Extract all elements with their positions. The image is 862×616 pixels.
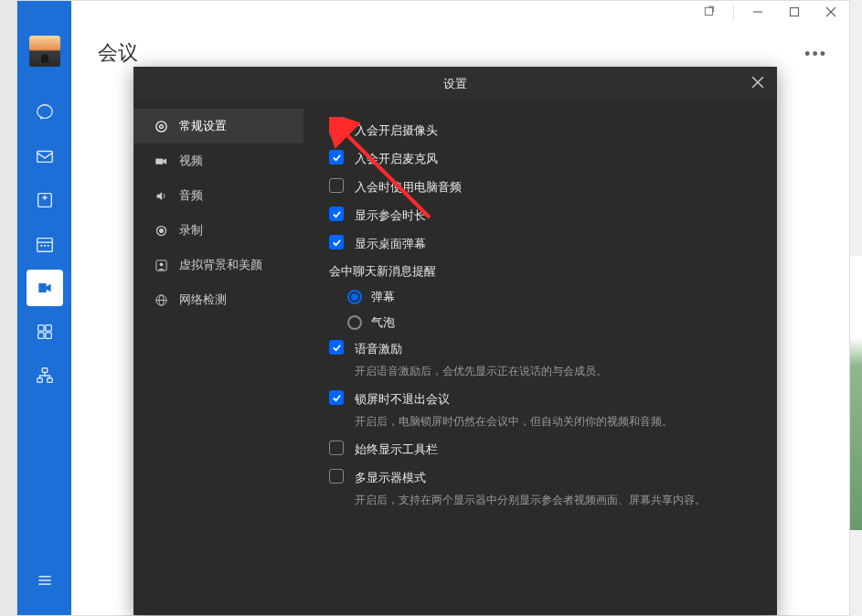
meeting-icon[interactable]	[27, 270, 63, 306]
record-icon	[154, 223, 168, 238]
checkbox[interactable]	[329, 150, 344, 165]
option-lockscreen-stay[interactable]: 锁屏时不退出会议 开启后，电脑锁屏时仍然在会议中，但自动关闭你的视频和音频。	[329, 390, 751, 430]
sidebar-item-label: 虚拟背景和美颜	[179, 257, 262, 273]
option-desc: 开启语音激励后，会优先显示正在说话的与会成员。	[355, 363, 607, 379]
sidebar-item-label: 音频	[179, 187, 203, 204]
maximize-button[interactable]	[782, 2, 807, 22]
chat-icon[interactable]	[27, 94, 63, 131]
menu-icon[interactable]	[27, 562, 63, 599]
svg-rect-11	[45, 333, 50, 338]
settings-sidebar: 常规设置 视频 音频 录制 虚拟背景和美颜	[133, 101, 303, 615]
sidebar-item-label: 网络检测	[179, 292, 227, 308]
option-computer-audio[interactable]: 入会时使用电脑音频	[329, 178, 751, 196]
sidebar-item-network[interactable]: 网络检测	[133, 282, 303, 317]
video-icon	[154, 154, 168, 168]
doc-icon[interactable]	[27, 182, 63, 218]
checkbox[interactable]	[329, 469, 344, 483]
option-voice-activation[interactable]: 语音激励 开启语音激励后，会优先显示正在说话的与会成员。	[329, 340, 751, 379]
option-label: 显示参会时长	[355, 207, 426, 224]
divider	[733, 5, 734, 19]
sidebar-item-video[interactable]: 视频	[133, 143, 303, 178]
sidebar-item-label: 视频	[179, 153, 203, 169]
svg-point-5	[40, 245, 41, 246]
radio[interactable]	[347, 315, 362, 330]
checkbox[interactable]	[329, 340, 344, 355]
svg-point-0	[37, 105, 52, 119]
svg-rect-8	[37, 325, 43, 331]
modal-close-button[interactable]	[751, 76, 768, 92]
svg-point-7	[48, 245, 48, 246]
sidebar-item-label: 录制	[179, 222, 203, 239]
checkbox[interactable]	[329, 207, 344, 221]
main-sidebar	[17, 1, 71, 615]
svg-point-26	[155, 121, 165, 131]
network-icon	[154, 292, 168, 307]
avatar[interactable]	[29, 36, 60, 67]
svg-rect-1	[37, 152, 52, 163]
mail-icon[interactable]	[27, 138, 63, 175]
svg-rect-10	[37, 333, 43, 338]
option-desktop-danmu[interactable]: 显示桌面弹幕	[329, 235, 751, 252]
checkbox[interactable]	[329, 235, 344, 250]
background-left-strip	[0, 0, 16, 616]
svg-rect-20	[791, 8, 799, 16]
svg-rect-18	[705, 7, 712, 15]
portrait-icon	[154, 258, 168, 272]
org-icon[interactable]	[27, 357, 63, 394]
option-label: 入会时使用电脑音频	[355, 178, 462, 196]
option-label: 入会开启麦克风	[355, 150, 438, 167]
section-chat-reminder: 会中聊天新消息提醒	[329, 263, 751, 280]
svg-point-6	[44, 245, 45, 246]
option-desc: 开启后，电脑锁屏时仍然在会议中，但自动关闭你的视频和音频。	[355, 413, 673, 430]
modal-title: 设置	[443, 76, 467, 92]
option-label: 显示桌面弹幕	[355, 235, 426, 252]
modal-body: 常规设置 视频 音频 录制 虚拟背景和美颜	[133, 101, 777, 615]
sidebar-item-record[interactable]: 录制	[133, 213, 303, 248]
option-label: 多显示器模式	[355, 469, 706, 486]
option-open-camera[interactable]: 入会开启摄像头	[329, 122, 751, 139]
svg-rect-14	[47, 378, 52, 383]
checkbox[interactable]	[329, 178, 344, 193]
svg-rect-27	[155, 158, 163, 164]
option-open-mic[interactable]: 入会开启麦克风	[329, 150, 751, 167]
audio-icon	[154, 188, 168, 203]
option-label: 始终显示工具栏	[355, 441, 438, 458]
option-label: 语音激励	[355, 340, 607, 357]
checkbox[interactable]	[329, 122, 344, 136]
window-titlebar	[71, 1, 849, 23]
main-window: 会议 ••• 设置 常规设置 视频 音频	[16, 0, 850, 616]
option-always-toolbar[interactable]: 始终显示工具栏	[329, 441, 751, 458]
sidebar-item-general[interactable]: 常规设置	[133, 109, 303, 143]
new-window-icon[interactable]	[697, 2, 722, 22]
svg-rect-12	[42, 368, 48, 373]
sidebar-item-audio[interactable]: 音频	[133, 178, 303, 213]
svg-rect-9	[45, 325, 50, 331]
radio-label: 气泡	[371, 314, 395, 331]
settings-content: 入会开启摄像头 入会开启麦克风 入会时使用电脑音频 显示参会时长 显示桌面弹幕	[303, 101, 777, 615]
svg-point-25	[159, 124, 163, 128]
close-button[interactable]	[818, 2, 844, 22]
apps-icon[interactable]	[27, 313, 63, 350]
option-multi-monitor[interactable]: 多显示器模式 开启后，支持在两个显示器中分别显示参会者视频画面、屏幕共享内容。	[329, 469, 751, 508]
background-right-strip	[850, 256, 862, 530]
modal-header: 设置	[133, 67, 777, 101]
svg-rect-13	[37, 378, 42, 383]
sidebar-item-virtual-bg[interactable]: 虚拟背景和美颜	[133, 248, 303, 282]
option-desc: 开启后，支持在两个显示器中分别显示参会者视频画面、屏幕共享内容。	[355, 492, 706, 508]
more-button[interactable]: •••	[804, 45, 827, 64]
gear-icon	[154, 119, 168, 133]
sidebar-item-label: 常规设置	[179, 118, 227, 134]
minimize-button[interactable]	[745, 2, 771, 22]
radio-label: 弹幕	[371, 289, 395, 305]
svg-point-29	[159, 228, 163, 232]
option-show-duration[interactable]: 显示参会时长	[329, 207, 751, 224]
checkbox[interactable]	[329, 390, 344, 405]
option-label: 锁屏时不退出会议	[355, 390, 673, 408]
radio-danmu[interactable]: 弹幕	[347, 289, 751, 305]
radio-bubble[interactable]: 气泡	[347, 314, 751, 331]
checkbox[interactable]	[329, 441, 344, 455]
radio[interactable]	[347, 290, 362, 304]
settings-modal: 设置 常规设置 视频 音频	[133, 67, 777, 615]
svg-point-31	[159, 262, 163, 266]
calendar-icon[interactable]	[27, 226, 63, 262]
